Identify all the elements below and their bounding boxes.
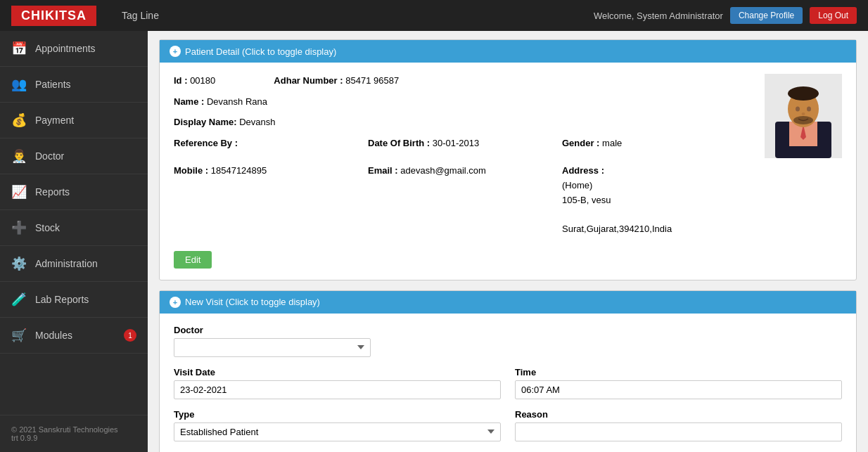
- sidebar-item-label: Stock: [35, 222, 60, 233]
- administration-icon: ⚙️: [11, 256, 27, 271]
- address-line2: 105-B, vesu: [562, 195, 611, 205]
- id-label: Id :: [174, 75, 188, 86]
- sidebar-item-label: Patients: [35, 79, 71, 90]
- header-right: Welcome, System Administrator Change Pro…: [594, 7, 857, 24]
- reason-input[interactable]: [515, 422, 842, 441]
- sidebar-item-label: Appointments: [35, 43, 96, 54]
- patient-detail-panel: + Patient Detail (Click to toggle displa…: [159, 39, 857, 280]
- welcome-text: Welcome, System Administrator: [594, 11, 723, 21]
- sidebar-item-label: Administration: [35, 258, 98, 269]
- type-group: Type Established Patient New Patient: [174, 409, 501, 441]
- patient-photo-image: [765, 74, 842, 158]
- toggle-icon: +: [170, 46, 181, 57]
- time-group: Time: [515, 367, 842, 399]
- svg-point-7: [807, 107, 811, 112]
- id-row: Id : 00180 Adhar Number : 85471 96587: [174, 74, 751, 88]
- email-value: adevash@gmail.com: [400, 165, 486, 176]
- new-visit-toggle-icon: +: [170, 297, 181, 308]
- gender-row: Gender : male: [562, 136, 751, 150]
- display-name-label: Display Name:: [174, 117, 237, 127]
- address-line4: Surat,Gujarat,394210,India: [562, 224, 672, 234]
- svg-point-5: [788, 86, 819, 101]
- svg-point-9: [793, 116, 813, 124]
- sidebar-item-doctor[interactable]: 👨‍⚕️ Doctor: [0, 138, 148, 174]
- modules-badge: 1: [124, 329, 136, 342]
- doctor-group: Doctor: [174, 325, 842, 357]
- patient-detail-header[interactable]: + Patient Detail (Click to toggle displa…: [160, 40, 856, 63]
- patient-info: Id : 00180 Adhar Number : 85471 96587 Na…: [174, 74, 751, 269]
- new-visit-header[interactable]: + New Visit (Click to toggle display): [160, 291, 856, 314]
- type-select[interactable]: Established Patient New Patient: [174, 422, 501, 441]
- layout: 📅 Appointments 👥 Patients 💰 Payment 👨‍⚕️…: [0, 31, 868, 452]
- version: trt 0.9.9: [11, 434, 136, 442]
- email-label: Email :: [368, 165, 398, 176]
- header: CHIKITSA Tag Line Welcome, System Admini…: [0, 0, 868, 31]
- sidebar: 📅 Appointments 👥 Patients 💰 Payment 👨‍⚕️…: [0, 31, 148, 452]
- email-row: Email : adevash@gmail.com: [368, 164, 556, 237]
- dob-label: Date Of Birth :: [368, 138, 430, 148]
- new-visit-body: Doctor Visit Date Time: [160, 314, 856, 452]
- sidebar-item-label: Reports: [35, 186, 70, 198]
- payment-icon: 💰: [11, 112, 27, 128]
- sidebar-item-appointments[interactable]: 📅 Appointments: [0, 31, 148, 67]
- patient-detail-body: Id : 00180 Adhar Number : 85471 96587 Na…: [160, 63, 856, 280]
- reports-icon: 📈: [11, 184, 27, 200]
- adhar-label: Adhar Number :: [274, 75, 343, 86]
- patient-photo: [765, 74, 842, 269]
- dob-row: Date Of Birth : 30-01-2013: [368, 136, 556, 150]
- info-grid-row: Reference By : Date Of Birth : 30-01-201…: [174, 136, 751, 157]
- new-visit-panel: + New Visit (Click to toggle display) Do…: [159, 290, 857, 452]
- sidebar-item-stock[interactable]: ➕ Stock: [0, 210, 148, 246]
- svg-point-6: [796, 107, 800, 112]
- stock-icon: ➕: [11, 220, 27, 235]
- patient-grid: Id : 00180 Adhar Number : 85471 96587 Na…: [174, 74, 842, 269]
- edit-button[interactable]: Edit: [174, 251, 212, 269]
- name-value: Devansh Rana: [207, 96, 267, 107]
- mobile-value: 18547124895: [211, 165, 267, 176]
- address-label: Address :: [562, 165, 604, 176]
- time-label: Time: [515, 367, 842, 377]
- dob-value: 30-01-2013: [433, 138, 480, 148]
- sidebar-item-administration[interactable]: ⚙️ Administration: [0, 246, 148, 282]
- id-value: 00180: [190, 75, 215, 86]
- gender-value: male: [602, 138, 622, 148]
- date-time-row: Visit Date Time: [174, 367, 842, 409]
- sidebar-item-label: Payment: [35, 115, 74, 126]
- copyright: © 2021 Sanskruti Technologies: [11, 425, 136, 434]
- visit-date-label: Visit Date: [174, 367, 501, 377]
- reference-row: Reference By :: [174, 136, 362, 150]
- sidebar-item-payment[interactable]: 💰 Payment: [0, 103, 148, 138]
- sidebar-item-label: Modules: [35, 330, 72, 341]
- modules-icon: 🛒: [11, 328, 27, 343]
- reason-label: Reason: [515, 409, 842, 420]
- doctor-select[interactable]: [174, 338, 371, 357]
- svg-point-8: [802, 112, 805, 115]
- sidebar-item-label: Doctor: [35, 150, 64, 162]
- display-name-value: Devansh: [239, 117, 275, 127]
- doctor-label: Doctor: [174, 325, 842, 335]
- visit-date-input[interactable]: [174, 380, 501, 399]
- sidebar-item-modules[interactable]: 🛒 Modules 1: [0, 318, 148, 354]
- visit-date-group: Visit Date: [174, 367, 501, 399]
- doctor-icon: 👨‍⚕️: [11, 148, 27, 164]
- reason-group: Reason: [515, 409, 842, 441]
- time-input[interactable]: [515, 380, 842, 399]
- main-content: + Patient Detail (Click to toggle displa…: [148, 31, 868, 452]
- appointments-icon: 📅: [11, 41, 27, 56]
- change-profile-button[interactable]: Change Profile: [730, 7, 803, 24]
- logout-button[interactable]: Log Out: [810, 7, 857, 24]
- tagline: Tag Line: [122, 10, 159, 21]
- patient-detail-title: Patient Detail (Click to toggle display): [185, 46, 336, 57]
- sidebar-item-patients[interactable]: 👥 Patients: [0, 67, 148, 103]
- display-name-row: Display Name: Devansh: [174, 115, 751, 129]
- sidebar-item-reports[interactable]: 📈 Reports: [0, 174, 148, 210]
- name-label: Name :: [174, 96, 204, 107]
- app-logo: CHIKITSA: [11, 6, 96, 26]
- adhar-value: 85471 96587: [345, 75, 399, 86]
- sidebar-item-lab-reports[interactable]: 🧪 Lab Reports: [0, 282, 148, 318]
- address-row: Address : (Home) 105-B, vesu Surat,Gujar…: [562, 164, 751, 237]
- sidebar-footer: © 2021 Sanskruti Technologies trt 0.9.9: [0, 415, 148, 452]
- name-row: Name : Devansh Rana: [174, 95, 751, 109]
- mobile-label: Mobile :: [174, 165, 208, 176]
- type-reason-row: Type Established Patient New Patient Rea…: [174, 409, 842, 451]
